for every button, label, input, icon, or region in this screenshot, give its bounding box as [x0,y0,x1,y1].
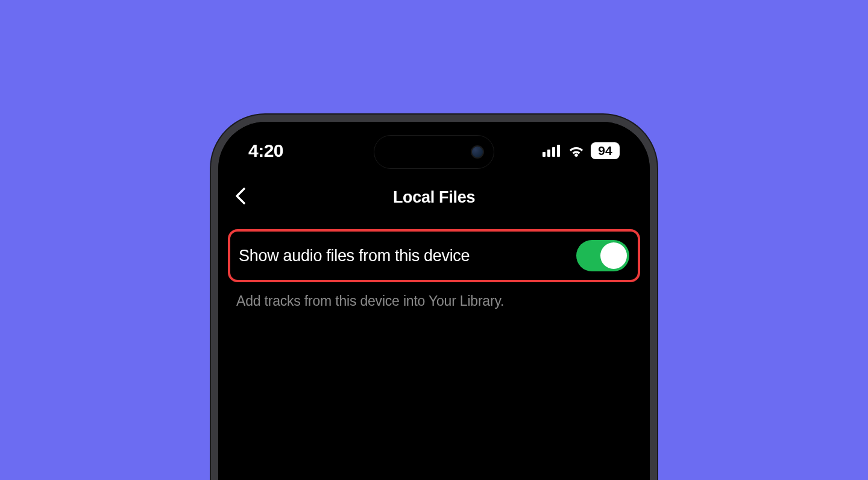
phone-frame: 4:20 94 [211,115,657,480]
setting-row-show-audio-files[interactable]: Show audio files from this device [228,229,640,282]
setting-description: Add tracks from this device into Your Li… [218,282,650,309]
navigation-bar: Local Files [218,176,650,218]
setting-label: Show audio files from this device [239,247,470,265]
status-indicators: 94 [542,142,620,159]
svg-rect-3 [557,145,560,157]
wifi-icon [568,145,585,157]
toggle-knob [600,242,627,269]
show-audio-files-toggle[interactable] [576,240,629,271]
page-title: Local Files [393,188,475,207]
back-button[interactable] [234,187,247,207]
svg-rect-2 [552,147,555,157]
battery-indicator: 94 [591,142,620,159]
dynamic-island [374,135,494,169]
camera-icon [471,145,484,159]
phone-screen: 4:20 94 [218,122,650,480]
status-time: 4:20 [248,141,283,161]
svg-rect-1 [547,150,550,157]
svg-rect-0 [542,152,546,157]
cellular-signal-icon [542,145,562,157]
